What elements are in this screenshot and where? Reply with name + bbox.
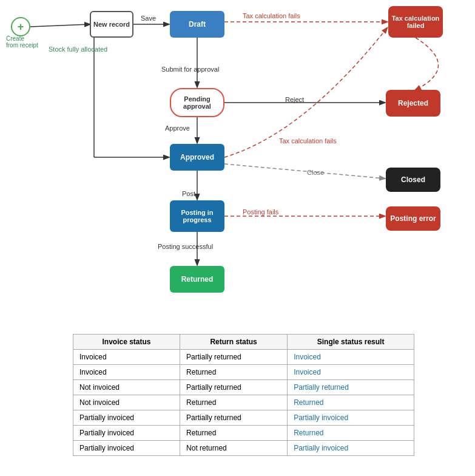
table-row: InvoicedPartially returnedInvoiced (73, 350, 414, 365)
table-cell: Partially returned (288, 380, 414, 395)
pending-node: Pending approval (170, 88, 224, 117)
svg-line-6 (224, 164, 385, 178)
table-cell: Returned (180, 395, 288, 410)
table-row: InvoicedReturnedInvoiced (73, 365, 414, 380)
returned-node: Returned (170, 266, 224, 293)
submit-label: Submit for approval (161, 66, 219, 73)
table-row: Not invoicedPartially returnedPartially … (73, 380, 414, 395)
table-cell: Returned (288, 395, 414, 410)
table-cell: Not invoiced (73, 380, 180, 395)
table-cell: Partially invoiced (288, 410, 414, 426)
table-cell: Invoiced (288, 365, 414, 380)
close-label: Close (307, 169, 324, 176)
col-header-invoice: Invoice status (73, 335, 180, 350)
table-row: Partially invoicedReturnedReturned (73, 426, 414, 441)
closed-node: Closed (386, 168, 440, 192)
new-record-node: New record (90, 11, 133, 38)
col-header-return: Return status (180, 335, 288, 350)
create-button[interactable]: + (11, 17, 30, 36)
table-cell: Partially invoiced (288, 441, 414, 456)
posting-error-node: Posting error (386, 206, 440, 231)
plus-icon: + (18, 21, 24, 33)
tax-fails-label-2: Tax calculation fails (279, 137, 337, 144)
table-cell: Not returned (180, 441, 288, 456)
approved-node: Approved (170, 144, 224, 171)
col-header-single: Single status result (288, 335, 414, 350)
stock-label: Stock fully allocated (49, 46, 107, 53)
draft-node: Draft (170, 11, 224, 38)
create-from-receipt-label: Createfrom receipt (6, 35, 38, 49)
posting-fails-label: Posting fails (243, 208, 278, 216)
table-cell: Partially invoiced (73, 410, 180, 426)
table-cell: Partially invoiced (73, 426, 180, 441)
table-area: Invoice status Return status Single stat… (0, 322, 475, 468)
save-label: Save (141, 15, 156, 22)
table-cell: Returned (180, 426, 288, 441)
table-cell: Invoiced (73, 365, 180, 380)
post-label: Post (182, 190, 195, 197)
table-cell: Invoiced (73, 350, 180, 365)
table-cell: Partially invoiced (73, 441, 180, 456)
table-row: Partially invoicedNot returnedPartially … (73, 441, 414, 456)
rejected-node: Rejected (386, 90, 440, 117)
posting-success-label: Posting successful (158, 243, 213, 250)
table-cell: Partially returned (180, 350, 288, 365)
posting-node: Posting in progress (170, 200, 224, 232)
table-cell: Partially returned (180, 380, 288, 395)
reject-label: Reject (285, 96, 304, 103)
table-cell: Returned (288, 426, 414, 441)
table-cell: Returned (180, 365, 288, 380)
svg-line-0 (30, 24, 90, 27)
table-row: Partially invoicedPartially returnedPart… (73, 410, 414, 426)
table-cell: Invoiced (288, 350, 414, 365)
status-table: Invoice status Return status Single stat… (73, 334, 414, 456)
tax-failed-node: Tax calculation failed (388, 6, 443, 38)
table-cell: Not invoiced (73, 395, 180, 410)
table-row: Not invoicedReturnedReturned (73, 395, 414, 410)
approve-label: Approve (165, 124, 190, 132)
diagram-area: + Createfrom receipt New record Save Dra… (0, 0, 475, 322)
table-cell: Partially returned (180, 410, 288, 426)
tax-fails-label-1: Tax calculation fails (243, 12, 300, 19)
